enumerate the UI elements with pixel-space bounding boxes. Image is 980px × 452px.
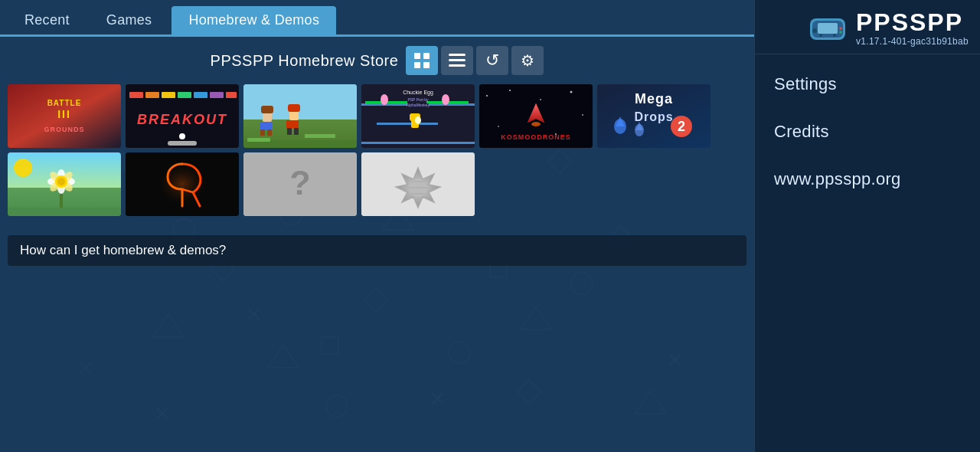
svg-point-129 <box>839 31 842 34</box>
svg-rect-32 <box>449 54 466 56</box>
game-thumb-chuckie[interactable]: Chuckie Egg PSP Port by AlphaMonkey <box>361 84 475 148</box>
tab-games[interactable]: Games <box>90 6 169 34</box>
game-thumb-chars[interactable] <box>243 84 357 148</box>
svg-rect-57 <box>288 104 300 112</box>
tab-homebrew[interactable]: Homebrew & Demos <box>172 6 336 34</box>
svg-point-82 <box>540 99 541 100</box>
game-thumb-breakout[interactable]: BREAKOUT <box>126 84 239 148</box>
website-menu-item[interactable]: www.ppsspp.org <box>755 156 980 203</box>
svg-rect-67 <box>377 123 438 125</box>
game-thumb-spore[interactable] <box>361 152 475 216</box>
svg-rect-60 <box>294 128 299 135</box>
game-row-1: BATTLE III GROUNDS <box>8 84 746 148</box>
svg-text:III: III <box>57 108 71 120</box>
store-title: PPSSPP Homebrew Store <box>211 52 399 70</box>
svg-text:BREAKOUT: BREAKOUT <box>137 112 227 127</box>
svg-rect-58 <box>286 120 299 128</box>
svg-text:Drops: Drops <box>634 110 673 123</box>
svg-rect-66 <box>429 103 475 106</box>
game-grid: BATTLE III GROUNDS <box>0 84 754 224</box>
info-text: How can I get homebrew & demos? <box>20 243 226 257</box>
ppsspp-version: v1.17.1-401-gac31b91bab <box>856 36 969 47</box>
store-controls: ↺ ⚙ <box>406 46 544 75</box>
svg-point-75 <box>415 116 421 124</box>
svg-point-81 <box>509 90 511 91</box>
svg-rect-68 <box>361 142 475 144</box>
svg-point-130 <box>819 34 822 37</box>
svg-text:2: 2 <box>678 119 685 134</box>
svg-rect-44 <box>194 92 207 98</box>
grid-view-button[interactable] <box>406 46 438 75</box>
svg-rect-45 <box>210 92 224 98</box>
svg-point-83 <box>570 91 573 93</box>
store-header: PPSSPP Homebrew Store <box>0 37 754 84</box>
game-thumb-question[interactable]: ? <box>243 152 357 216</box>
svg-text:GROUNDS: GROUNDS <box>44 126 84 133</box>
logo-text-area: PPSSPP v1.17.1-401-gac31b91bab <box>856 10 969 47</box>
svg-text:AlphaMonkey: AlphaMonkey <box>407 103 430 107</box>
svg-point-80 <box>486 95 488 97</box>
svg-rect-41 <box>145 92 159 98</box>
svg-rect-52 <box>261 106 273 113</box>
svg-rect-53 <box>260 122 272 129</box>
game-thumb-flower[interactable] <box>8 152 121 216</box>
svg-point-85 <box>498 126 499 127</box>
right-sidebar: PPSSPP v1.17.1-401-gac31b91bab Settings … <box>754 0 980 452</box>
settings-menu-item[interactable]: Settings <box>755 61 980 108</box>
svg-text:Chuckie Egg: Chuckie Egg <box>403 90 433 96</box>
tab-bar: Recent Games Homebrew & Demos <box>0 0 754 37</box>
game-thumb-megadrops[interactable]: Mega Drops 2 <box>597 84 710 148</box>
svg-text:KOSMOODRONES: KOSMOODRONES <box>501 133 571 141</box>
svg-rect-43 <box>178 92 191 98</box>
svg-text:PSP Port by: PSP Port by <box>407 97 429 102</box>
svg-point-112 <box>57 178 65 185</box>
svg-rect-40 <box>129 92 143 98</box>
svg-rect-31 <box>423 62 430 68</box>
game-row-2: ? <box>8 152 746 216</box>
credits-menu-item[interactable]: Credits <box>755 108 980 156</box>
game-thumb-kosmoodrones[interactable]: KOSMOODRONES <box>479 84 593 148</box>
svg-rect-113 <box>8 208 121 216</box>
svg-rect-59 <box>287 128 292 135</box>
info-text-box[interactable]: How can I get homebrew & demos? <box>8 235 746 266</box>
svg-rect-34 <box>449 64 466 67</box>
svg-text:Mega: Mega <box>635 91 673 106</box>
svg-point-89 <box>531 122 541 126</box>
svg-rect-29 <box>423 53 430 59</box>
svg-point-128 <box>839 27 842 30</box>
svg-rect-55 <box>267 129 272 136</box>
logo-area: PPSSPP v1.17.1-401-gac31b91bab <box>755 0 980 54</box>
list-view-button[interactable] <box>441 46 473 75</box>
svg-text:?: ? <box>289 163 311 202</box>
refresh-button[interactable]: ↺ <box>476 46 508 75</box>
svg-rect-62 <box>247 138 270 142</box>
svg-point-74 <box>442 94 449 105</box>
game-thumb-battlegrounds[interactable]: BATTLE III GROUNDS <box>8 84 121 148</box>
svg-point-48 <box>179 133 185 139</box>
svg-rect-54 <box>260 129 265 136</box>
svg-text:BATTLE: BATTLE <box>47 99 82 107</box>
settings-button[interactable]: ⚙ <box>511 46 544 75</box>
svg-rect-42 <box>162 92 175 98</box>
tab-recent[interactable]: Recent <box>8 6 87 34</box>
svg-point-84 <box>582 114 583 116</box>
svg-rect-30 <box>414 62 420 68</box>
svg-point-101 <box>14 159 32 177</box>
ppsspp-logo-title: PPSSPP <box>856 10 963 34</box>
svg-rect-63 <box>305 134 335 138</box>
svg-rect-126 <box>818 23 838 34</box>
svg-point-127 <box>812 28 817 33</box>
svg-point-131 <box>833 34 836 37</box>
svg-rect-49 <box>168 141 197 146</box>
svg-rect-46 <box>226 92 237 98</box>
game-thumb-rize[interactable] <box>126 152 239 216</box>
ppsspp-icon <box>808 9 847 47</box>
menu-items: Settings Credits www.ppsspp.org <box>755 54 980 209</box>
svg-point-73 <box>381 94 388 105</box>
svg-rect-28 <box>414 53 420 59</box>
svg-rect-33 <box>449 59 466 61</box>
